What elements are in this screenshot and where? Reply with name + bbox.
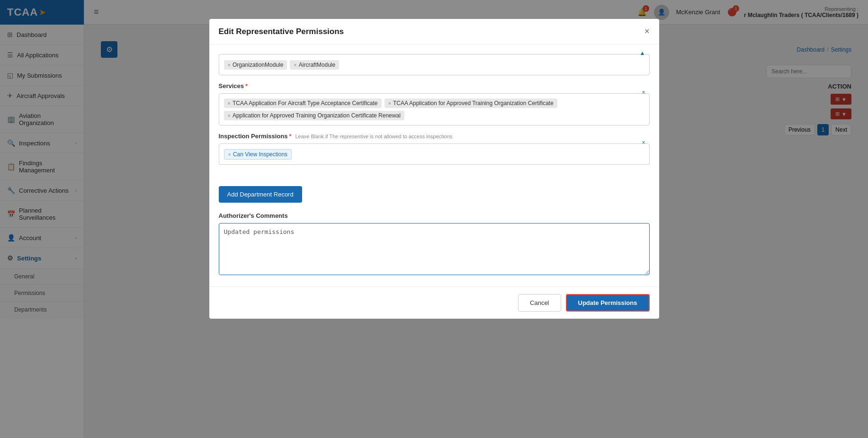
add-department-button[interactable]: Add Department Record: [219, 186, 302, 203]
spacer: [219, 172, 650, 186]
services-tags-box[interactable]: × × TCAA Application For Aircraft Type A…: [219, 93, 650, 125]
remove-can-view-icon[interactable]: ×: [228, 152, 231, 157]
services-label-text: Services: [219, 82, 244, 89]
modal-overlay: Edit Representative Permissions × ▲ × Or…: [0, 0, 868, 438]
edit-permissions-modal: Edit Representative Permissions × ▲ × Or…: [209, 19, 659, 319]
can-view-inspections-tag: × Can View Inspections: [224, 149, 292, 160]
remove-training-cert-icon[interactable]: ×: [388, 100, 391, 106]
modal-header: Edit Representative Permissions ×: [209, 19, 659, 45]
inspection-section-label: Inspection Permissions * Leave Blank if …: [219, 133, 650, 140]
collapse-icon[interactable]: ▲: [640, 50, 645, 56]
cert-renewal-label: Application for Approved Training Organi…: [233, 112, 401, 119]
services-collapse-icon[interactable]: ×: [642, 89, 645, 96]
inspection-tags-box[interactable]: × × Can View Inspections: [219, 143, 650, 165]
cancel-button[interactable]: Cancel: [518, 294, 561, 312]
modules-tags-box[interactable]: ▲ × OrganizationModule × AircraftModule: [219, 54, 650, 75]
modal-body: ▲ × OrganizationModule × AircraftModule …: [209, 45, 659, 286]
update-permissions-button[interactable]: Update Permissions: [566, 294, 650, 312]
training-cert-tag: × TCAA Application for Approved Training…: [385, 98, 557, 108]
modal-title: Edit Representative Permissions: [219, 27, 344, 36]
inspection-label-text: Inspection Permissions: [219, 133, 288, 140]
remove-aircraft-module-icon[interactable]: ×: [294, 62, 296, 68]
can-view-label: Can View Inspections: [233, 151, 287, 158]
aircraft-module-tag: × AircraftModule: [290, 60, 339, 70]
aircraft-cert-tag: × TCAA Application For Aircraft Type Acc…: [224, 98, 382, 108]
services-section-label: Services *: [219, 82, 650, 89]
comments-textarea[interactable]: Updated permissions: [219, 223, 650, 275]
aircraft-module-label: AircraftModule: [299, 62, 335, 68]
training-cert-label: TCAA Application for Approved Training O…: [393, 100, 554, 107]
remove-cert-renewal-icon[interactable]: ×: [228, 113, 231, 118]
aircraft-cert-label: TCAA Application For Aircraft Type Accep…: [233, 100, 378, 107]
inspection-remove-icon[interactable]: ×: [642, 139, 645, 146]
modal-close-button[interactable]: ×: [644, 27, 650, 36]
comments-label: Authorizer's Comments: [219, 212, 650, 219]
remove-aircraft-cert-icon[interactable]: ×: [228, 100, 231, 106]
inspection-required-marker: *: [289, 133, 291, 140]
remove-org-module-icon[interactable]: ×: [228, 62, 231, 68]
services-required-marker: *: [245, 82, 248, 89]
cert-renewal-tag: × Application for Approved Training Orga…: [224, 111, 404, 120]
modal-footer: Cancel Update Permissions: [209, 286, 659, 319]
inspection-hint: Leave Blank if The representive is not a…: [295, 134, 453, 139]
org-module-tag: × OrganizationModule: [224, 60, 287, 70]
org-module-label: OrganizationModule: [233, 62, 283, 68]
